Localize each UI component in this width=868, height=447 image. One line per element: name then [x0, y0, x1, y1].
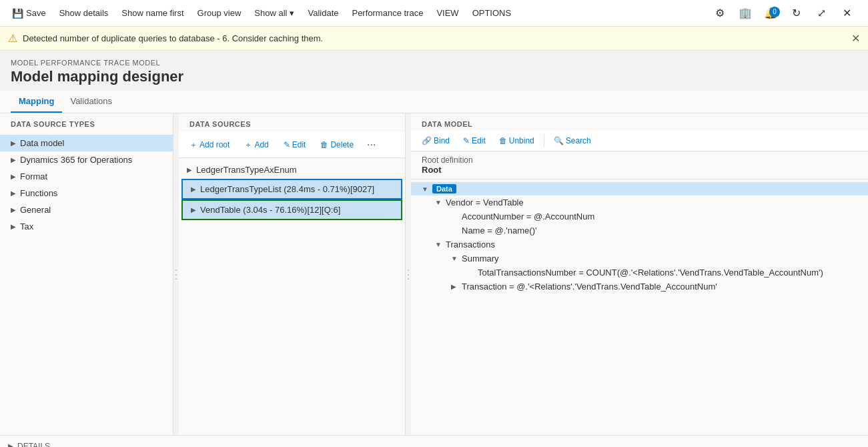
- data-sources-header: DATA SOURCES: [179, 113, 405, 132]
- refresh-button[interactable]: ↻: [785, 3, 807, 24]
- ds-item-vendtable[interactable]: ▶ VendTable (3.04s - 76.16%)[12][Q:6]: [181, 199, 402, 220]
- warning-icon: ⚠: [8, 32, 17, 45]
- chevron-down-icon: ▼: [435, 199, 443, 206]
- edit-dm-button[interactable]: ✎ Edit: [458, 133, 491, 148]
- plus-icon: ＋: [244, 139, 252, 151]
- chevron-down-icon: ▼: [451, 255, 459, 262]
- source-type-data-model[interactable]: ▶ Data model: [0, 135, 173, 151]
- data-sources-list: ▶ LedgerTransTypeAxEnum ▶ LedgerTransTyp…: [179, 158, 405, 435]
- resize-handle-right[interactable]: ⋮: [406, 113, 411, 435]
- source-type-dynamics[interactable]: ▶ Dynamics 365 for Operations: [0, 151, 173, 168]
- dm-toolbar-separator: [544, 134, 544, 147]
- office-icon-button[interactable]: 🏢: [735, 3, 756, 24]
- chevron-right-icon: ▶: [187, 166, 192, 173]
- data-box-icon: Data: [432, 184, 456, 193]
- group-view-button[interactable]: Group view: [191, 0, 248, 27]
- unbind-icon: 🗑: [499, 136, 507, 145]
- chevron-right-icon: ▶: [191, 206, 196, 213]
- chevron-right-icon: ▶: [451, 283, 459, 290]
- save-button[interactable]: 💾 Save: [5, 0, 53, 27]
- source-types-list: ▶ Data model ▶ Dynamics 365 for Operatio…: [0, 132, 173, 238]
- tab-mapping[interactable]: Mapping: [11, 91, 62, 113]
- details-label: DETAILS: [17, 442, 50, 448]
- ds-item-ledgertranstypelist[interactable]: ▶ LedgerTransTypeList (28.4ms - 0.71%)[9…: [181, 179, 402, 199]
- plus-icon: ＋: [189, 139, 197, 151]
- data-model-tree: ▼ Data ▼ Vendor = VendTable AccountNumbe…: [411, 179, 868, 435]
- close-button[interactable]: ✕: [836, 3, 857, 24]
- alert-close-button[interactable]: ✕: [851, 32, 860, 45]
- data-source-types-panel: DATA SOURCE TYPES ▶ Data model ▶ Dynamic…: [0, 113, 173, 435]
- bind-button[interactable]: 🔗 Bind: [416, 133, 455, 148]
- source-type-format[interactable]: ▶ Format: [0, 168, 173, 185]
- settings-icon-button[interactable]: ⚙: [709, 3, 731, 24]
- data-model-header: DATA MODEL: [411, 113, 868, 131]
- bind-icon: 🔗: [422, 136, 432, 145]
- main-content: DATA SOURCE TYPES ▶ Data model ▶ Dynamic…: [0, 113, 868, 435]
- tree-item-data[interactable]: ▼ Data: [411, 182, 868, 195]
- chevron-right-icon: ▶: [191, 185, 196, 193]
- data-model-toolbar: 🔗 Bind ✎ Edit 🗑 Unbind 🔍 Search: [411, 131, 868, 151]
- notifications-wrapper: 🔔 0: [760, 3, 781, 24]
- source-type-functions[interactable]: ▶ Functions: [0, 185, 173, 201]
- chevron-down-icon: ▾: [290, 8, 294, 18]
- data-sources-panel: DATA SOURCES ＋ Add root ＋ Add ✎ Edit 🗑 D…: [179, 113, 406, 435]
- tree-item-name[interactable]: Name = @.'name()': [411, 223, 868, 238]
- breadcrumb: MODEL PERFORMANCE TRACE MODEL: [0, 51, 868, 68]
- show-all-button[interactable]: Show all ▾: [248, 0, 301, 27]
- chevron-right-icon: ▶: [11, 223, 16, 230]
- show-details-button[interactable]: Show details: [53, 0, 115, 27]
- validate-button[interactable]: Validate: [301, 0, 345, 27]
- root-value: Root: [422, 165, 857, 175]
- show-name-first-button[interactable]: Show name first: [115, 0, 190, 27]
- data-source-types-header: DATA SOURCE TYPES: [0, 113, 173, 132]
- data-sources-toolbar: ＋ Add root ＋ Add ✎ Edit 🗑 Delete ···: [179, 132, 405, 158]
- tree-item-summary[interactable]: ▼ Summary: [411, 252, 868, 266]
- unbind-button[interactable]: 🗑 Unbind: [494, 133, 540, 148]
- edit-ds-button[interactable]: ✎ Edit: [278, 137, 312, 152]
- performance-trace-button[interactable]: Performance trace: [345, 0, 430, 27]
- resize-handle-left[interactable]: ⋮: [173, 113, 179, 435]
- edit-icon: ✎: [463, 136, 470, 145]
- chevron-right-icon: ▶: [11, 139, 16, 147]
- chevron-right-icon: ▶: [11, 189, 16, 197]
- source-type-tax[interactable]: ▶ Tax: [0, 218, 173, 235]
- alert-bar: ⚠ Detected number of duplicate queries t…: [0, 27, 868, 51]
- popout-button[interactable]: ⤢: [811, 3, 832, 24]
- chevron-down-icon: ▼: [422, 185, 430, 193]
- source-type-general[interactable]: ▶ General: [0, 201, 173, 218]
- search-icon: 🔍: [554, 136, 564, 145]
- tree-item-transaction[interactable]: ▶ Transaction = @.'<Relations'.'VendTran…: [411, 280, 868, 294]
- edit-icon: ✎: [284, 140, 290, 149]
- tree-item-totaltransactions[interactable]: TotalTransactionsNumber = COUNT(@.'<Rela…: [411, 266, 868, 280]
- view-button[interactable]: VIEW: [430, 0, 465, 27]
- chevron-right-icon: ▶: [11, 206, 16, 213]
- chevron-down-icon: ▼: [435, 241, 443, 248]
- toolbar-right: ⚙ 🏢 🔔 0 ↻ ⤢ ✕: [709, 3, 863, 24]
- add-root-button[interactable]: ＋ Add root: [184, 137, 235, 153]
- delete-ds-button[interactable]: 🗑 Delete: [315, 137, 359, 152]
- ds-item-ledgertranstypeaxenum[interactable]: ▶ LedgerTransTypeAxEnum: [179, 161, 405, 179]
- tab-validations[interactable]: Validations: [62, 91, 120, 113]
- chevron-right-icon: ▶: [11, 156, 16, 163]
- chevron-right-icon: ▶: [11, 173, 16, 180]
- more-ds-button[interactable]: ···: [363, 136, 380, 153]
- tab-bar: Mapping Validations: [0, 91, 868, 113]
- root-definition-section: Root definition Root: [411, 151, 868, 179]
- save-icon: 💾: [12, 8, 23, 19]
- chevron-right-icon: ▶: [8, 442, 13, 447]
- data-model-panel: DATA MODEL 🔗 Bind ✎ Edit 🗑 Unbind 🔍 Sear…: [411, 113, 868, 435]
- details-bar[interactable]: ▶ DETAILS: [0, 435, 868, 447]
- page-title: Model mapping designer: [0, 68, 868, 91]
- tree-item-accountnumber[interactable]: AccountNumber = @.AccountNum: [411, 209, 868, 223]
- toolbar: 💾 Save Show details Show name first Grou…: [0, 0, 868, 27]
- root-definition-label: Root definition: [422, 155, 857, 165]
- tree-item-transactions[interactable]: ▼ Transactions: [411, 238, 868, 252]
- tree-item-vendor[interactable]: ▼ Vendor = VendTable: [411, 195, 868, 209]
- alert-message: Detected number of duplicate queries to …: [23, 33, 323, 43]
- options-button[interactable]: OPTIONS: [466, 0, 518, 27]
- search-dm-button[interactable]: 🔍 Search: [548, 133, 596, 148]
- add-button[interactable]: ＋ Add: [239, 137, 274, 153]
- notification-badge: 0: [769, 7, 780, 17]
- delete-icon: 🗑: [320, 140, 328, 149]
